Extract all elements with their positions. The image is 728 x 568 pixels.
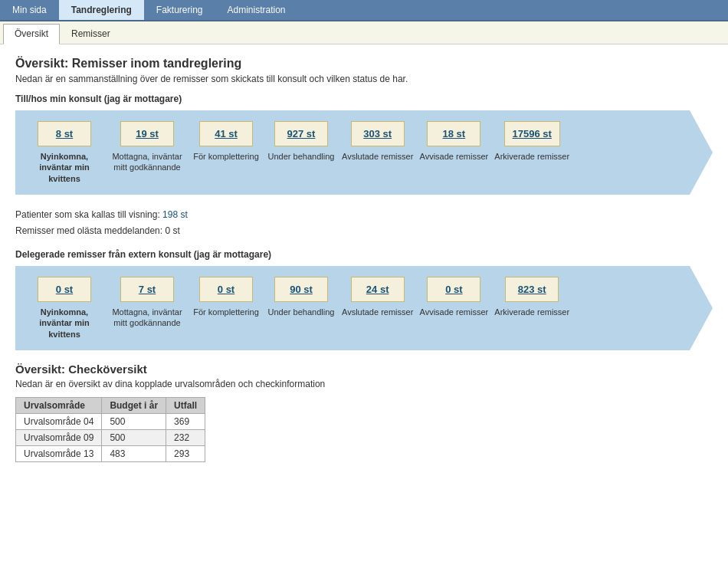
group1-item-0: 8 stNyinkomna, inväntar min kvittens xyxy=(26,121,103,184)
top-navigation: Min sida Tandreglering Fakturering Admin… xyxy=(0,0,728,21)
group2-item-3-label: Under behandling xyxy=(268,307,335,317)
top-nav-tandreglering[interactable]: Tandreglering xyxy=(59,0,144,20)
group2-item-4: 24 stAvslutade remisser xyxy=(342,277,413,317)
group2-item-6-label: Arkiverade remisser xyxy=(494,307,569,317)
group1-item-4: 303 stAvslutade remisser xyxy=(342,121,413,162)
group1-item-5-count[interactable]: 18 st xyxy=(427,121,480,146)
stats-line2: Remisser med olästa meddelanden: 0 st xyxy=(15,225,180,236)
check-table-row: Urvalsområde 04500369 xyxy=(16,413,205,429)
check-table-body: Urvalsområde 04500369Urvalsområde 095002… xyxy=(16,413,205,461)
group1-item-1-count[interactable]: 19 st xyxy=(120,121,174,146)
group2-items: 0 stNyinkomna, inväntar min kvittens7 st… xyxy=(26,277,702,340)
group1-item-2-count[interactable]: 41 st xyxy=(199,121,253,146)
check-table-cell-1-2: 232 xyxy=(166,429,205,445)
group1-item-6: 17596 stArkiverade remisser xyxy=(494,121,569,162)
check-table-cell-0-2: 369 xyxy=(166,413,205,429)
group1-item-6-label: Arkiverade remisser xyxy=(494,151,569,162)
stats-line1-link[interactable]: 198 st xyxy=(162,209,188,220)
group2-item-2: 0 stFör komplettering xyxy=(192,277,261,317)
sub-navigation: Översikt Remisser xyxy=(0,21,728,44)
check-table-cell-1-0: Urvalsområde 09 xyxy=(16,429,102,445)
check-table-cell-0-0: Urvalsområde 04 xyxy=(16,413,102,429)
group1-item-3: 927 stUnder behandling xyxy=(267,121,336,162)
stats-row: Patienter som ska kallas till visning: 1… xyxy=(15,207,713,240)
group1-label: Till/hos min konsult (jag är mottagare) xyxy=(15,94,713,104)
top-nav-administration[interactable]: Administration xyxy=(215,0,298,20)
check-table: UrvalsområdeBudget i årUtfall Urvalsområ… xyxy=(15,397,205,462)
group2-item-5-label: Avvisade remisser xyxy=(420,307,489,317)
group2-item-5-count[interactable]: 0 st xyxy=(427,277,480,302)
group2-item-0-label: Nyinkomna, inväntar min kvittens xyxy=(26,307,103,340)
check-table-cell-2-1: 483 xyxy=(102,445,166,461)
main-section-desc: Nedan är en sammanställning över de remi… xyxy=(15,74,713,84)
group1-item-3-label: Under behandling xyxy=(268,151,335,162)
sub-nav-oversikt[interactable]: Översikt xyxy=(3,24,60,44)
group1-item-1-label: Mottagna, inväntar mitt godkännande xyxy=(109,151,185,173)
group2-item-0-count[interactable]: 0 st xyxy=(38,277,91,302)
group1-item-5-label: Avvisade remisser xyxy=(420,151,489,162)
group2-item-6-count[interactable]: 823 st xyxy=(505,277,559,302)
group2-label: Delegerade remisser från extern konsult … xyxy=(15,249,713,260)
group1-item-4-count[interactable]: 303 st xyxy=(351,121,405,146)
group1-item-0-count[interactable]: 8 st xyxy=(38,121,91,146)
group2-item-1: 7 stMottagna, inväntar mitt godkännande xyxy=(109,277,185,329)
check-section-title: Översikt: Checköversikt xyxy=(15,363,713,376)
group1-funnel: 8 stNyinkomna, inväntar min kvittens19 s… xyxy=(15,110,713,195)
group1-item-5: 18 stAvvisade remisser xyxy=(419,121,488,162)
check-table-header-row: UrvalsområdeBudget i årUtfall xyxy=(16,397,205,413)
check-table-row: Urvalsområde 13483293 xyxy=(16,445,205,461)
check-section-desc: Nedan är en översikt av dina kopplade ur… xyxy=(15,379,713,389)
group1-items: 8 stNyinkomna, inväntar min kvittens19 s… xyxy=(26,121,702,184)
group1-item-2: 41 stFör komplettering xyxy=(192,121,261,162)
top-nav-fakturering[interactable]: Fakturering xyxy=(144,0,215,20)
group1-item-2-label: För komplettering xyxy=(193,151,259,162)
group1-item-1: 19 stMottagna, inväntar mitt godkännande xyxy=(109,121,185,173)
group2-item-3-count[interactable]: 90 st xyxy=(274,277,328,302)
check-table-cell-1-1: 500 xyxy=(102,429,166,445)
group2-item-3: 90 stUnder behandling xyxy=(267,277,336,317)
check-table-row: Urvalsområde 09500232 xyxy=(16,429,205,445)
group1-item-3-count[interactable]: 927 st xyxy=(274,121,328,146)
group2-item-2-count[interactable]: 0 st xyxy=(199,277,253,302)
sub-nav-remisser[interactable]: Remisser xyxy=(60,24,122,44)
group2-item-1-label: Mottagna, inväntar mitt godkännande xyxy=(109,307,185,329)
group2-item-6: 823 stArkiverade remisser xyxy=(494,277,569,317)
top-nav-min-sida[interactable]: Min sida xyxy=(0,0,59,20)
check-table-cell-2-2: 293 xyxy=(166,445,205,461)
group1-item-6-count[interactable]: 17596 st xyxy=(504,121,560,146)
check-section: Översikt: Checköversikt Nedan är en över… xyxy=(15,363,713,462)
check-table-header-1: Budget i år xyxy=(102,397,166,413)
group1-item-4-label: Avslutade remisser xyxy=(342,151,413,162)
stats-line1-text: Patienter som ska kallas till visning: xyxy=(15,209,162,220)
group2-item-2-label: För komplettering xyxy=(193,307,259,317)
main-content: Översikt: Remisser inom tandreglering Ne… xyxy=(0,44,728,474)
group2-item-0: 0 stNyinkomna, inväntar min kvittens xyxy=(26,277,103,340)
check-table-cell-0-1: 500 xyxy=(102,413,166,429)
check-table-cell-2-0: Urvalsområde 13 xyxy=(16,445,102,461)
group2-item-4-count[interactable]: 24 st xyxy=(351,277,405,302)
main-section-title: Översikt: Remisser inom tandreglering xyxy=(15,57,713,71)
group2-funnel: 0 stNyinkomna, inväntar min kvittens7 st… xyxy=(15,266,713,350)
check-table-header-0: Urvalsområde xyxy=(16,397,102,413)
group2-item-1-count[interactable]: 7 st xyxy=(120,277,174,302)
group1-item-0-label: Nyinkomna, inväntar min kvittens xyxy=(26,151,103,184)
group2-item-5: 0 stAvvisade remisser xyxy=(419,277,488,317)
check-table-header-2: Utfall xyxy=(166,397,205,413)
group2-item-4-label: Avslutade remisser xyxy=(342,307,413,317)
